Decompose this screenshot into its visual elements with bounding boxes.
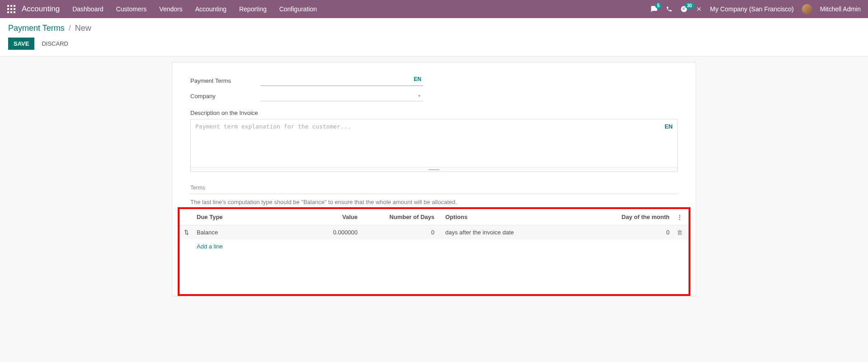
svg-rect-3 [7,8,9,10]
nav-reporting[interactable]: Reporting [239,5,267,13]
main-content: Payment Terms EN Company ▾ Description o… [0,57,868,314]
apps-icon[interactable] [7,5,15,13]
svg-rect-8 [14,11,15,13]
add-line-button[interactable]: Add a line [179,239,689,253]
translate-button[interactable]: EN [414,76,421,82]
trash-icon[interactable]: 🗑 [677,229,683,236]
breadcrumb-current: New [75,24,91,33]
svg-rect-5 [14,8,15,10]
col-handle [179,209,193,225]
user-name[interactable]: Mitchell Admin [820,5,861,13]
nav-customers[interactable]: Customers [116,5,147,13]
control-panel: Payment Terms / New SAVE DISCARD [0,18,868,57]
col-options[interactable]: Options [438,209,601,225]
company-switcher[interactable]: My Company (San Francisco) [710,5,794,13]
nav-dashboard[interactable]: Dashboard [72,5,104,13]
cell-due-type[interactable]: Balance [193,225,284,240]
discard-button[interactable]: DISCARD [40,38,70,50]
messages-badge: 5 [655,3,662,9]
resize-handle[interactable] [191,167,677,171]
svg-rect-6 [7,11,9,13]
translate-description-button[interactable]: EN [665,123,673,130]
col-value[interactable]: Value [284,209,361,225]
field-payment-terms-wrap: EN [260,75,423,86]
messages-icon[interactable]: 5 [651,5,658,13]
col-day-of-month[interactable]: Day of the month [601,209,673,225]
label-payment-terms: Payment Terms [190,77,260,84]
phone-icon[interactable] [666,6,672,12]
terms-header-row: Due Type Value Number of Days Options Da… [179,209,689,225]
table-row[interactable]: ⇅ Balance 0.000000 0 days after the invo… [179,225,689,240]
svg-rect-7 [10,11,12,13]
company-input[interactable] [260,90,423,101]
nav-configuration[interactable]: Configuration [279,5,317,13]
cell-day-of-month[interactable]: 0 [601,225,673,240]
col-due-type[interactable]: Due Type [193,209,284,225]
svg-rect-4 [10,8,12,10]
field-company-wrap: ▾ [260,90,423,101]
breadcrumb: Payment Terms / New [8,24,860,33]
activities-icon[interactable]: 30 [680,5,688,13]
top-nav: Accounting Dashboard Customers Vendors A… [0,0,868,18]
kebab-icon[interactable]: ⋮ [677,214,683,220]
form-sheet: Payment Terms EN Company ▾ Description o… [172,62,696,296]
nav-accounting[interactable]: Accounting [195,5,226,13]
nav-vendors[interactable]: Vendors [159,5,182,13]
activities-badge: 30 [685,3,694,9]
nav-right: 5 30 My Company (San Francisco) Mitchell… [651,4,861,14]
chevron-down-icon[interactable]: ▾ [418,93,420,98]
svg-rect-2 [14,5,15,7]
description-textarea[interactable] [191,119,677,166]
cell-number-of-days[interactable]: 0 [361,225,438,240]
nav-menu: Dashboard Customers Vendors Accounting R… [72,5,650,13]
svg-rect-0 [7,5,9,7]
label-description: Description on the Invoice [190,110,678,116]
label-company: Company [190,93,260,100]
breadcrumb-separator: / [69,24,71,33]
save-button[interactable]: SAVE [8,38,34,50]
cell-options[interactable]: days after the invoice date [438,225,601,240]
terms-section-title: Terms [190,185,678,194]
breadcrumb-parent[interactable]: Payment Terms [8,24,65,33]
app-brand[interactable]: Accounting [22,5,60,14]
description-wrap: EN [190,119,678,172]
terms-hint: The last line's computation type should … [190,199,678,205]
cell-delete[interactable]: 🗑 [673,225,689,240]
close-icon[interactable] [696,6,702,12]
svg-rect-1 [10,5,12,7]
field-payment-terms-row: Payment Terms EN [190,75,678,86]
col-optional[interactable]: ⋮ [673,209,689,225]
cell-value[interactable]: 0.000000 [284,225,361,240]
col-number-of-days[interactable]: Number of Days [361,209,438,225]
terms-highlight: Due Type Value Number of Days Options Da… [178,207,690,296]
add-line-row: Add a line [179,239,689,253]
field-company-row: Company ▾ [190,90,678,101]
payment-terms-input[interactable] [260,75,423,86]
avatar[interactable] [802,4,812,14]
action-buttons: SAVE DISCARD [8,38,860,50]
terms-table: Due Type Value Number of Days Options Da… [179,209,689,253]
drag-handle-icon[interactable]: ⇅ [179,225,193,240]
